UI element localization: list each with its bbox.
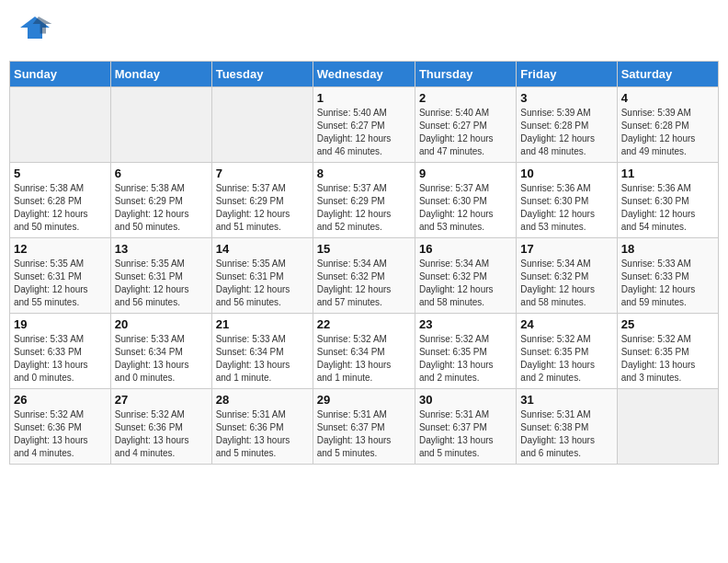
day-info: Sunrise: 5:34 AM Sunset: 6:32 PM Dayligh…	[520, 258, 612, 309]
calendar-cell: 10Sunrise: 5:36 AM Sunset: 6:30 PM Dayli…	[517, 163, 617, 238]
calendar-header: SundayMondayTuesdayWednesdayThursdayFrid…	[10, 62, 719, 87]
day-info: Sunrise: 5:32 AM Sunset: 6:35 PM Dayligh…	[520, 333, 612, 385]
day-number: 17	[520, 242, 612, 256]
day-number: 16	[419, 242, 512, 256]
day-info: Sunrise: 5:37 AM Sunset: 6:29 PM Dayligh…	[317, 182, 411, 234]
weekday-header-sunday: Sunday	[10, 62, 111, 87]
calendar-week-3: 12Sunrise: 5:35 AM Sunset: 6:31 PM Dayli…	[10, 238, 719, 314]
day-number: 30	[419, 393, 512, 407]
day-info: Sunrise: 5:40 AM Sunset: 6:27 PM Dayligh…	[317, 107, 411, 158]
day-number: 11	[621, 167, 714, 180]
calendar-cell: 6Sunrise: 5:38 AM Sunset: 6:29 PM Daylig…	[110, 163, 211, 238]
day-number: 27	[115, 393, 208, 407]
calendar-cell: 19Sunrise: 5:33 AM Sunset: 6:33 PM Dayli…	[10, 314, 111, 389]
calendar-cell	[617, 389, 718, 465]
weekday-header-tuesday: Tuesday	[211, 62, 313, 87]
day-info: Sunrise: 5:35 AM Sunset: 6:31 PM Dayligh…	[14, 258, 107, 309]
day-info: Sunrise: 5:32 AM Sunset: 6:34 PM Dayligh…	[317, 333, 411, 385]
day-info: Sunrise: 5:32 AM Sunset: 6:36 PM Dayligh…	[115, 408, 208, 460]
calendar-cell: 5Sunrise: 5:38 AM Sunset: 6:28 PM Daylig…	[10, 163, 111, 238]
day-info: Sunrise: 5:37 AM Sunset: 6:30 PM Dayligh…	[419, 182, 512, 234]
calendar-cell: 20Sunrise: 5:33 AM Sunset: 6:34 PM Dayli…	[110, 314, 211, 389]
calendar-week-2: 5Sunrise: 5:38 AM Sunset: 6:28 PM Daylig…	[10, 163, 719, 238]
day-info: Sunrise: 5:32 AM Sunset: 6:35 PM Dayligh…	[419, 333, 512, 385]
calendar-cell: 1Sunrise: 5:40 AM Sunset: 6:27 PM Daylig…	[313, 87, 415, 163]
calendar-table: SundayMondayTuesdayWednesdayThursdayFrid…	[9, 61, 719, 465]
day-number: 25	[621, 317, 714, 331]
calendar-cell	[211, 87, 313, 163]
day-number: 2	[419, 91, 512, 105]
calendar-cell: 16Sunrise: 5:34 AM Sunset: 6:32 PM Dayli…	[415, 238, 516, 314]
calendar-cell: 24Sunrise: 5:32 AM Sunset: 6:35 PM Dayli…	[517, 314, 617, 389]
day-info: Sunrise: 5:34 AM Sunset: 6:32 PM Dayligh…	[419, 258, 512, 309]
logo	[17, 13, 57, 50]
weekday-header-monday: Monday	[110, 62, 211, 87]
day-info: Sunrise: 5:32 AM Sunset: 6:36 PM Dayligh…	[14, 408, 107, 460]
calendar-cell: 4Sunrise: 5:39 AM Sunset: 6:28 PM Daylig…	[617, 87, 718, 163]
calendar-week-1: 1Sunrise: 5:40 AM Sunset: 6:27 PM Daylig…	[10, 87, 719, 163]
day-number: 23	[419, 317, 512, 331]
day-number: 22	[317, 317, 411, 331]
calendar-cell: 28Sunrise: 5:31 AM Sunset: 6:36 PM Dayli…	[211, 389, 313, 465]
day-number: 14	[216, 242, 309, 256]
day-number: 31	[520, 393, 612, 407]
page-header	[9, 9, 719, 53]
day-info: Sunrise: 5:39 AM Sunset: 6:28 PM Dayligh…	[621, 107, 714, 158]
day-number: 3	[520, 91, 612, 105]
day-info: Sunrise: 5:33 AM Sunset: 6:34 PM Dayligh…	[115, 333, 208, 385]
calendar-cell: 26Sunrise: 5:32 AM Sunset: 6:36 PM Dayli…	[10, 389, 111, 465]
calendar-cell: 8Sunrise: 5:37 AM Sunset: 6:29 PM Daylig…	[313, 163, 415, 238]
calendar-cell: 31Sunrise: 5:31 AM Sunset: 6:38 PM Dayli…	[517, 389, 617, 465]
calendar-cell: 25Sunrise: 5:32 AM Sunset: 6:35 PM Dayli…	[617, 314, 718, 389]
calendar-week-4: 19Sunrise: 5:33 AM Sunset: 6:33 PM Dayli…	[10, 314, 719, 389]
day-info: Sunrise: 5:36 AM Sunset: 6:30 PM Dayligh…	[621, 182, 714, 234]
day-info: Sunrise: 5:34 AM Sunset: 6:32 PM Dayligh…	[317, 258, 411, 309]
calendar-cell: 30Sunrise: 5:31 AM Sunset: 6:37 PM Dayli…	[415, 389, 516, 465]
day-info: Sunrise: 5:39 AM Sunset: 6:28 PM Dayligh…	[520, 107, 612, 158]
weekday-header-friday: Friday	[517, 62, 617, 87]
day-number: 28	[216, 393, 309, 407]
calendar-week-5: 26Sunrise: 5:32 AM Sunset: 6:36 PM Dayli…	[10, 389, 719, 465]
day-info: Sunrise: 5:32 AM Sunset: 6:35 PM Dayligh…	[621, 333, 714, 385]
calendar-cell: 21Sunrise: 5:33 AM Sunset: 6:34 PM Dayli…	[211, 314, 313, 389]
day-number: 1	[317, 91, 411, 105]
day-number: 19	[14, 317, 107, 331]
weekday-header-thursday: Thursday	[415, 62, 516, 87]
calendar-cell: 17Sunrise: 5:34 AM Sunset: 6:32 PM Dayli…	[517, 238, 617, 314]
calendar-cell: 2Sunrise: 5:40 AM Sunset: 6:27 PM Daylig…	[415, 87, 516, 163]
calendar-cell: 14Sunrise: 5:35 AM Sunset: 6:31 PM Dayli…	[211, 238, 313, 314]
day-info: Sunrise: 5:33 AM Sunset: 6:34 PM Dayligh…	[216, 333, 309, 385]
day-number: 4	[621, 91, 714, 105]
day-number: 18	[621, 242, 714, 256]
calendar-cell: 23Sunrise: 5:32 AM Sunset: 6:35 PM Dayli…	[415, 314, 516, 389]
weekday-header-wednesday: Wednesday	[313, 62, 415, 87]
day-number: 26	[14, 393, 107, 407]
day-number: 20	[115, 317, 208, 331]
calendar-cell: 9Sunrise: 5:37 AM Sunset: 6:30 PM Daylig…	[415, 163, 516, 238]
logo-icon	[17, 13, 53, 50]
weekday-header-row: SundayMondayTuesdayWednesdayThursdayFrid…	[10, 62, 719, 87]
day-info: Sunrise: 5:31 AM Sunset: 6:37 PM Dayligh…	[419, 408, 512, 460]
calendar-cell: 22Sunrise: 5:32 AM Sunset: 6:34 PM Dayli…	[313, 314, 415, 389]
calendar-cell: 29Sunrise: 5:31 AM Sunset: 6:37 PM Dayli…	[313, 389, 415, 465]
calendar-body: 1Sunrise: 5:40 AM Sunset: 6:27 PM Daylig…	[10, 87, 719, 465]
calendar-cell: 12Sunrise: 5:35 AM Sunset: 6:31 PM Dayli…	[10, 238, 111, 314]
day-number: 29	[317, 393, 411, 407]
calendar-cell: 7Sunrise: 5:37 AM Sunset: 6:29 PM Daylig…	[211, 163, 313, 238]
day-info: Sunrise: 5:35 AM Sunset: 6:31 PM Dayligh…	[115, 258, 208, 309]
calendar-cell: 3Sunrise: 5:39 AM Sunset: 6:28 PM Daylig…	[517, 87, 617, 163]
day-number: 24	[520, 317, 612, 331]
calendar-cell: 13Sunrise: 5:35 AM Sunset: 6:31 PM Dayli…	[110, 238, 211, 314]
day-info: Sunrise: 5:40 AM Sunset: 6:27 PM Dayligh…	[419, 107, 512, 158]
day-number: 7	[216, 167, 309, 180]
weekday-header-saturday: Saturday	[617, 62, 718, 87]
day-info: Sunrise: 5:38 AM Sunset: 6:29 PM Dayligh…	[115, 182, 208, 234]
day-number: 6	[115, 167, 208, 180]
day-info: Sunrise: 5:37 AM Sunset: 6:29 PM Dayligh…	[216, 182, 309, 234]
day-number: 13	[115, 242, 208, 256]
day-number: 8	[317, 167, 411, 180]
day-info: Sunrise: 5:35 AM Sunset: 6:31 PM Dayligh…	[216, 258, 309, 309]
day-number: 21	[216, 317, 309, 331]
day-info: Sunrise: 5:31 AM Sunset: 6:36 PM Dayligh…	[216, 408, 309, 460]
day-number: 9	[419, 167, 512, 180]
